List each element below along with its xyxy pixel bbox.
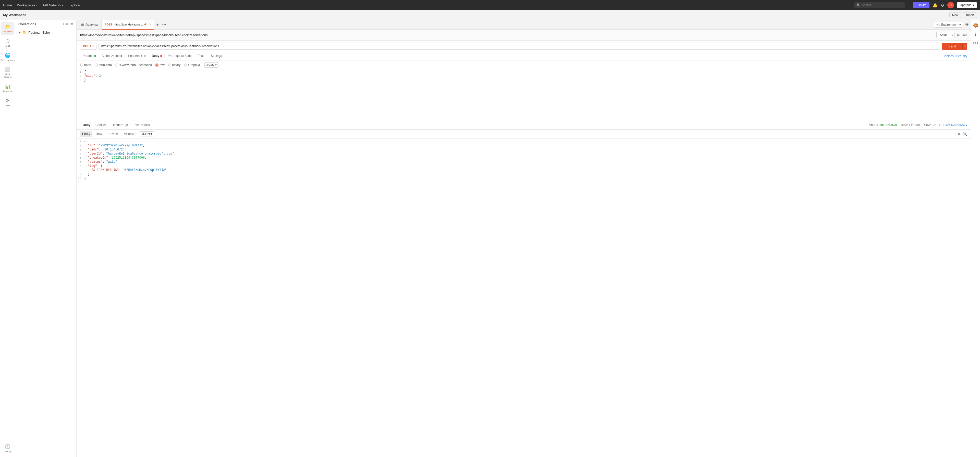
search-icon: 🔍 — [856, 3, 860, 7]
resp-tab-body[interactable]: Body — [80, 121, 93, 129]
beautify-link[interactable]: Beautify — [956, 54, 967, 58]
send-arrow-button[interactable]: ▾ — [963, 43, 967, 50]
save-chevron-button[interactable]: ▾ — [950, 32, 955, 38]
response-json-selector[interactable]: JSON ▾ — [140, 131, 154, 136]
response-tabs-row: Body Cookies Headers (4) Test Results St… — [76, 121, 971, 130]
tab-authorization[interactable]: Authorization — [99, 52, 125, 60]
nav-api-network[interactable]: API Network ▾ — [43, 3, 63, 7]
method-selector[interactable]: POST ▾ — [80, 43, 97, 50]
more-collection-icon[interactable]: ••• — [69, 22, 73, 26]
resp-tab-test-results[interactable]: Test Results — [130, 121, 152, 129]
body-type-graphql[interactable]: GraphQL — [184, 63, 200, 67]
invite-button[interactable]: + Invite — [913, 2, 929, 8]
body-type-raw[interactable]: raw — [156, 63, 164, 67]
sidebar-item-collections[interactable]: 📁 Collections — [1, 22, 14, 35]
collection-chevron-icon: ▶ — [19, 31, 21, 34]
cookies-link[interactable]: Cookies — [942, 54, 953, 58]
resp-tab-cookies[interactable]: Cookies — [93, 121, 109, 129]
tab-tests[interactable]: Tests — [196, 52, 208, 60]
code-line-2: 2 "size": 24 — [76, 74, 971, 78]
resp-sub-visualize[interactable]: Visualize — [122, 131, 138, 137]
nav-workspaces[interactable]: Workspaces ▾ — [17, 3, 38, 7]
sidebar-monitors-label: Monitors — [3, 90, 12, 93]
sidebar-history-label: History — [4, 450, 11, 453]
save-button[interactable]: Save — [937, 32, 950, 38]
graphql-radio — [184, 63, 187, 67]
body-type-binary[interactable]: binary — [168, 63, 181, 67]
notifications-icon[interactable]: 🔔 — [932, 3, 938, 8]
response-copy-icon[interactable]: ⧉ — [958, 132, 960, 136]
search-input[interactable] — [862, 3, 902, 7]
resp-json-chevron-icon: ▾ — [151, 132, 152, 136]
sidebar-item-history[interactable]: 🕐 History — [1, 442, 14, 455]
body-type-none[interactable]: none — [80, 63, 91, 67]
upgrade-button[interactable]: Upgrade ▾ — [957, 2, 977, 8]
avatar[interactable]: U — [947, 2, 954, 8]
json-format-selector[interactable]: JSON ▾ — [204, 62, 218, 68]
save-response-button[interactable]: Save Response ▾ — [943, 124, 967, 127]
tab-pre-request[interactable]: Pre-request Script — [165, 52, 195, 60]
send-button[interactable]: Send — [942, 43, 963, 50]
status-value: 201 Created — [880, 124, 897, 127]
request-tab-right-actions: Cookies Beautify — [942, 54, 967, 58]
left-panel: Collections + ≡ ••• ▶ 📁 Postman Echo — [15, 20, 76, 457]
tab-add-icon[interactable]: + — [154, 22, 161, 27]
right-sidebar-info-icon[interactable]: ℹ — [974, 31, 977, 38]
right-sidebar-cookie-icon[interactable]: 🍪 — [972, 22, 979, 29]
collection-postman-echo[interactable]: ▶ 📁 Postman Echo — [15, 28, 76, 36]
url-input[interactable] — [99, 43, 940, 50]
authorization-dot — [121, 55, 122, 57]
resp-tab-headers[interactable]: Headers (4) — [109, 121, 130, 129]
url-bar-actions: Save ▾ ✏ </> — [936, 32, 967, 38]
settings-icon[interactable]: ⚙ — [941, 3, 944, 8]
code-icon[interactable]: </> — [962, 33, 967, 37]
nav-explore[interactable]: Explore — [68, 3, 80, 7]
left-panel-actions: + ≡ ••• — [62, 22, 73, 26]
filter-collection-icon[interactable]: ≡ — [66, 22, 68, 26]
request-tabs: Params Authorization Headers (11) Body P… — [76, 52, 971, 60]
response-right-actions: ⧉ 🔍 — [958, 132, 967, 136]
tab-settings[interactable]: Settings — [208, 52, 224, 60]
right-sidebar: 🍪 ℹ </> — [971, 20, 980, 457]
sidebar-item-environments[interactable]: 🌐 Environments — [1, 51, 14, 64]
sidebar-item-mock-servers[interactable]: ⬜ Mock Servers — [1, 65, 14, 81]
tab-close-icon[interactable]: ✕ — [149, 23, 151, 26]
sidebar-collections-label: Collections — [2, 30, 13, 33]
resp-sub-preview[interactable]: Preview — [105, 131, 121, 137]
env-eye-icon[interactable]: 👁 — [965, 22, 969, 27]
environment-selector[interactable]: No Environment ▾ — [934, 22, 963, 27]
tab-body[interactable]: Body — [149, 52, 165, 60]
nav-home[interactable]: Home — [3, 3, 12, 7]
right-sidebar-code-icon[interactable]: </> — [972, 40, 980, 46]
resp-sub-pretty[interactable]: Pretty — [80, 131, 92, 137]
resp-line-9: 9 } — [76, 172, 971, 176]
resp-sub-raw[interactable]: Raw — [94, 131, 104, 137]
response-status-bar: Status: 201 Created Time: 1118 ms Size: … — [869, 124, 967, 127]
tab-params[interactable]: Params — [80, 52, 99, 60]
request-body-editor[interactable]: 1 { 2 "size": 24 3 } — [76, 70, 971, 121]
response-search-icon[interactable]: 🔍 — [963, 132, 967, 136]
tab-active-request[interactable]: POST https://ipamdev.azure... ✕ — [102, 20, 154, 30]
tab-overview[interactable]: ⊞ Overview — [78, 20, 102, 30]
flows-icon: ⟳ — [6, 98, 10, 103]
edit-icon[interactable]: ✏ — [957, 33, 960, 38]
sidebar-item-monitors[interactable]: 📊 Monitors — [1, 82, 14, 95]
search-bar[interactable]: 🔍 — [854, 2, 905, 8]
top-nav: Home Workspaces ▾ API Network ▾ Explore … — [0, 0, 980, 10]
body-type-url-encoded[interactable]: x-www-form-urlencoded — [115, 63, 152, 67]
add-collection-icon[interactable]: + — [62, 22, 64, 26]
url-bar-full: https://ipamdev.azurewebsites.net/api/sp… — [76, 30, 971, 41]
workspaces-chevron-icon: ▾ — [36, 4, 38, 6]
new-button[interactable]: New — [950, 12, 961, 18]
content-area: ⊞ Overview POST https://ipamdev.azure...… — [76, 20, 971, 457]
request-url-row: POST ▾ Send ▾ — [76, 41, 971, 52]
sidebar-item-flows[interactable]: ⟳ Flows — [1, 96, 14, 109]
body-type-form-data[interactable]: form-data — [95, 63, 112, 67]
tab-method-label: POST — [105, 23, 112, 26]
import-button[interactable]: Import — [963, 12, 977, 18]
response-body: 1 { 2 "id": "W7M9YSXKMzoVXF9pi6WT4J", 3 … — [76, 138, 971, 187]
tab-headers[interactable]: Headers (11) — [125, 52, 148, 60]
tab-more-icon[interactable]: ••• — [161, 23, 167, 27]
sidebar-item-apis[interactable]: ⬡ APIs — [1, 36, 14, 49]
sidebar-environments-label: Environments — [0, 59, 14, 62]
